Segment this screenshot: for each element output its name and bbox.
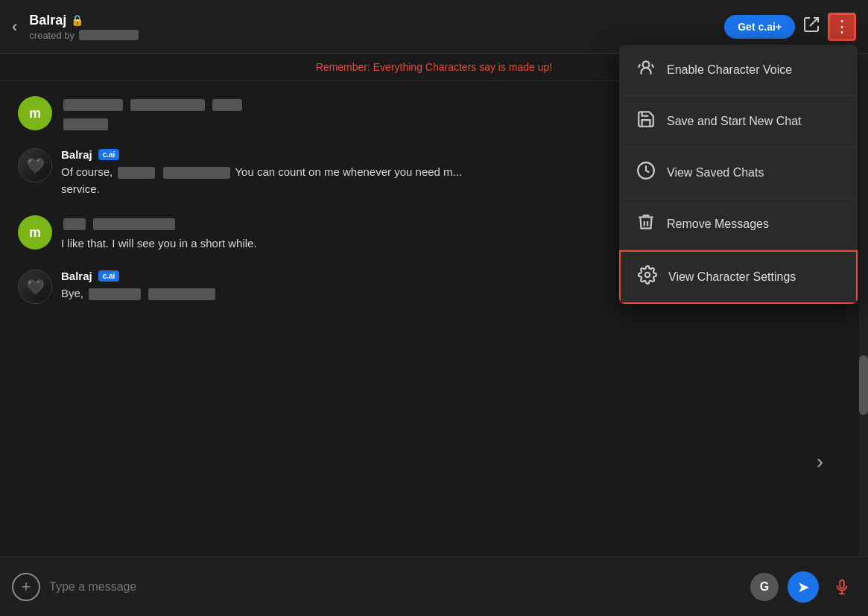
message-input[interactable]: [49, 580, 741, 594]
lock-icon: 🔒: [71, 14, 83, 26]
menu-label-save-new-chat: Save and Start New Chat: [667, 115, 802, 128]
gear-icon: [637, 265, 658, 289]
svg-rect-0: [840, 580, 844, 588]
voice-icon: [636, 58, 656, 82]
user-avatar-2: m: [18, 215, 52, 250]
blurred-word-1: [63, 99, 123, 111]
ai-avatar-1: 🖤: [18, 148, 52, 182]
header-info: Balraj 🔒 created by: [29, 13, 724, 41]
notice-text: Remember: Everything Characters say is m…: [316, 61, 552, 73]
more-dots-icon: ⋮: [834, 17, 850, 36]
share-icon: [802, 16, 820, 34]
cai-badge-2: c.ai: [98, 270, 120, 282]
dropdown-menu: Enable Character Voice Save and Start Ne…: [619, 45, 858, 304]
menu-label-enable-voice: Enable Character Voice: [667, 63, 792, 77]
clock-icon: [636, 161, 656, 185]
menu-item-view-saved-chats[interactable]: View Saved Chats: [619, 147, 858, 199]
character-name: Balraj: [29, 13, 66, 28]
blurred-word-5: [118, 167, 155, 179]
more-options-button[interactable]: ⋮: [828, 13, 856, 41]
send-button[interactable]: ➤: [788, 571, 819, 603]
menu-item-view-character-settings[interactable]: View Character Settings: [619, 250, 858, 304]
add-icon: +: [22, 577, 31, 597]
blurred-word-2: [130, 99, 205, 111]
blurred-word-8: [93, 218, 175, 230]
trash-icon: [636, 212, 656, 236]
blurred-word-3: [212, 99, 242, 111]
creator-name: [79, 30, 139, 40]
back-button[interactable]: ‹: [12, 17, 17, 36]
header-subtitle: created by: [29, 30, 724, 41]
created-by-label: created by: [29, 30, 75, 41]
menu-label-view-saved-chats: View Saved Chats: [667, 166, 764, 180]
svg-point-5: [645, 273, 650, 278]
header-actions: Get c.ai+ ⋮: [724, 13, 856, 41]
add-button[interactable]: +: [12, 573, 40, 601]
menu-item-remove-messages[interactable]: Remove Messages: [619, 199, 858, 250]
share-button[interactable]: [802, 16, 820, 37]
next-arrow-button[interactable]: ›: [817, 450, 823, 474]
scrollbar-thumb[interactable]: [859, 355, 868, 415]
get-cai-button[interactable]: Get c.ai+: [724, 15, 795, 39]
ai-avatar-2: 🖤: [18, 270, 52, 304]
send-icon: ➤: [797, 578, 810, 596]
blurred-word-9: [89, 288, 141, 300]
cai-badge-1: c.ai: [98, 149, 120, 160]
save-icon: [636, 109, 656, 133]
svg-point-3: [643, 61, 650, 68]
input-bar: + G ➤: [0, 556, 868, 616]
g-button[interactable]: G: [750, 573, 779, 601]
mic-icon: [834, 579, 850, 595]
menu-item-save-new-chat[interactable]: Save and Start New Chat: [619, 96, 858, 147]
character-name-row: Balraj 🔒: [29, 13, 724, 28]
ai-sender-name-1: Balraj: [61, 148, 92, 161]
blurred-word-7: [63, 218, 86, 230]
scrollbar-track: [859, 54, 868, 556]
menu-label-remove-messages: Remove Messages: [667, 217, 769, 231]
blurred-word-10: [148, 288, 215, 300]
user-avatar-1: m: [18, 96, 52, 130]
menu-item-enable-voice[interactable]: Enable Character Voice: [619, 45, 858, 96]
menu-label-view-character-settings: View Character Settings: [668, 270, 796, 284]
ai-avatar-inner-2: 🖤: [19, 270, 51, 303]
ai-avatar-inner-1: 🖤: [19, 149, 51, 182]
blurred-word-4: [63, 118, 108, 130]
ai-sender-name-2: Balraj: [61, 270, 92, 282]
mic-button[interactable]: [828, 573, 856, 601]
blurred-word-6: [163, 167, 230, 179]
g-label: G: [760, 580, 769, 594]
